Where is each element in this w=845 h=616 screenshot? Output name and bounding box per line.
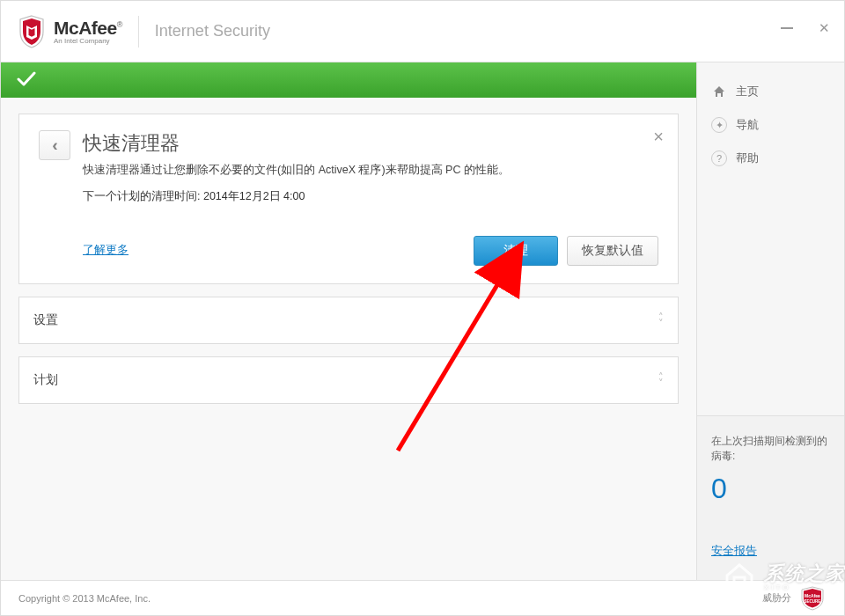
nav-navigation[interactable]: ✦ 导航 [706, 108, 835, 142]
nav-help[interactable]: ? 帮助 [706, 142, 835, 175]
chevron-updown-icon: ˄˅ [658, 374, 664, 386]
compass-icon: ✦ [711, 117, 727, 133]
close-card-button[interactable]: × [653, 127, 664, 147]
brand-text: McAfee® An Intel Company [54, 18, 122, 45]
nav-help-label: 帮助 [736, 150, 759, 166]
brand-lockup: McAfee® An Intel Company [17, 14, 122, 49]
body: × ‹‹ 快速清理器 快速清理器通过让您删除不必要的文件(如旧的 ActiveX… [1, 62, 844, 580]
brand-registered: ® [117, 20, 122, 29]
restore-defaults-button[interactable]: 恢复默认值 [567, 236, 658, 266]
quickclean-card: × ‹‹ 快速清理器 快速清理器通过让您删除不必要的文件(如旧的 ActiveX… [18, 114, 679, 284]
window-controls [779, 20, 832, 36]
product-name: Internet Security [155, 22, 270, 40]
app-window: McAfee® An Intel Company Internet Securi… [0, 0, 845, 616]
mcafee-shield-icon [17, 14, 47, 49]
minimize-button[interactable] [779, 20, 795, 36]
check-icon [15, 69, 36, 92]
nav-home-label: 主页 [736, 84, 759, 99]
copyright-text: Copyright © 2013 McAfee, Inc. [18, 593, 151, 604]
svg-text:SECURE: SECURE [805, 599, 821, 604]
header-divider [138, 16, 139, 48]
home-icon [711, 84, 727, 99]
clean-button[interactable]: 清理 [474, 236, 558, 266]
help-icon: ? [711, 150, 727, 166]
settings-accordion[interactable]: 设置 ˄˅ [18, 297, 679, 344]
status-bar [1, 62, 696, 98]
schedule-value: 2014年12月2日 4:00 [203, 190, 305, 202]
settings-accordion-label: 设置 [33, 312, 58, 328]
schedule-label: 下一个计划的清理时间: [83, 190, 200, 202]
close-window-button[interactable] [816, 20, 832, 36]
mcafee-secure-badge-icon: McAfee SECURE [798, 586, 827, 611]
card-title: 快速清理器 [83, 130, 658, 157]
main-content: × ‹‹ 快速清理器 快速清理器通过让您删除不必要的文件(如旧的 ActiveX… [1, 98, 696, 580]
plan-accordion-label: 计划 [33, 372, 58, 388]
footer-bar: Copyright © 2013 McAfee, Inc. 威胁分 McAfee… [1, 580, 844, 615]
virus-count: 0 [711, 473, 830, 505]
threat-text: 威胁分 [762, 591, 791, 605]
svg-text:McAfee: McAfee [805, 593, 820, 598]
card-description: 快速清理器通过让您删除不必要的文件(如旧的 ActiveX 程序)来帮助提高 P… [83, 162, 658, 179]
scan-summary-panel: 在上次扫描期间检测到的病毒: 0 安全报告 [697, 415, 844, 580]
sidebar-nav: 主页 ✦ 导航 ? 帮助 [697, 62, 844, 187]
chevron-updown-icon: ˄˅ [658, 314, 664, 326]
security-report-link[interactable]: 安全报告 [711, 544, 830, 559]
nav-navigation-label: 导航 [736, 117, 759, 133]
title-bar: McAfee® An Intel Company Internet Securi… [1, 1, 844, 62]
brand-name: McAfee [54, 18, 117, 38]
main-column: × ‹‹ 快速清理器 快速清理器通过让您删除不必要的文件(如旧的 ActiveX… [1, 62, 696, 580]
nav-home[interactable]: 主页 [706, 75, 835, 108]
scan-summary-label: 在上次扫描期间检测到的病毒: [711, 434, 830, 464]
sidebar: 主页 ✦ 导航 ? 帮助 在上次扫描期间检测到的病毒: 0 安全报告 [696, 62, 844, 580]
learn-more-link[interactable]: 了解更多 [83, 243, 129, 258]
back-button[interactable]: ‹‹ [39, 130, 70, 160]
plan-accordion[interactable]: 计划 ˄˅ [18, 356, 679, 404]
card-schedule: 下一个计划的清理时间: 2014年12月2日 4:00 [83, 189, 658, 204]
